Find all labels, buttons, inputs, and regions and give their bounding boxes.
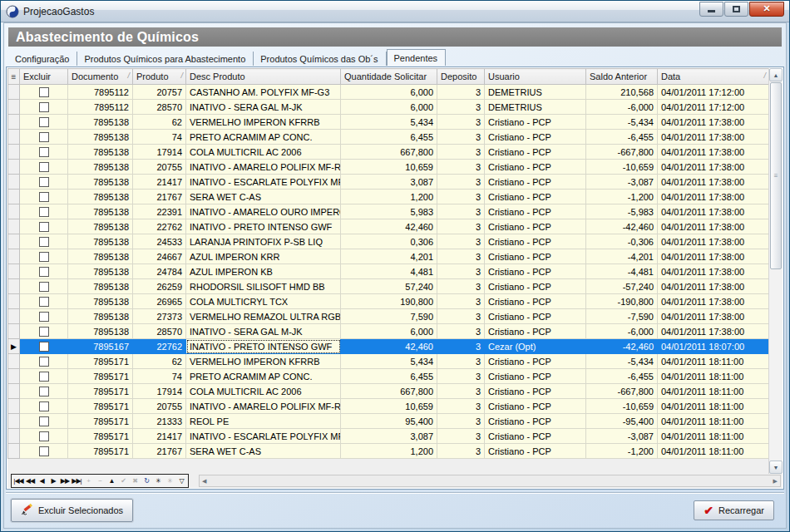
- cell-data[interactable]: 04/01/2011 17:38:00: [658, 204, 769, 219]
- scroll-right-icon[interactable]: ▶: [773, 478, 778, 485]
- cell-usuario[interactable]: Cristiano - PCP: [485, 175, 586, 190]
- cell-deposito[interactable]: 3: [437, 279, 485, 294]
- cell-saldo[interactable]: 210,568: [586, 85, 658, 100]
- column-header-deposito[interactable]: Deposito: [437, 69, 485, 85]
- cell-desc[interactable]: INATIVO - PRETO INTENSO GWF: [186, 219, 341, 234]
- cell-documento[interactable]: 7895138: [68, 204, 133, 219]
- cell-excluir[interactable]: [20, 354, 68, 369]
- cell-data[interactable]: 04/01/2011 18:07:00: [658, 339, 769, 354]
- excluir-checkbox[interactable]: [39, 177, 49, 187]
- cell-produto[interactable]: 74: [133, 369, 186, 384]
- cell-documento[interactable]: 7895138: [68, 234, 133, 249]
- cell-desc[interactable]: COLA MULTICRIL AC 2006: [186, 384, 341, 399]
- bookmark-button[interactable]: ✳: [152, 475, 164, 487]
- cell-produto[interactable]: 27373: [133, 309, 186, 324]
- column-header-desc[interactable]: Desc Produto: [186, 69, 341, 85]
- maximize-button[interactable]: [724, 2, 748, 17]
- horizontal-scrollbar[interactable]: ◀ ▶: [199, 475, 781, 487]
- scroll-left-icon[interactable]: ◀: [202, 478, 206, 485]
- cell-usuario[interactable]: Cristiano - PCP: [485, 234, 586, 249]
- cell-excluir[interactable]: [20, 204, 68, 219]
- cell-documento[interactable]: 7895138: [68, 324, 133, 339]
- cell-documento[interactable]: 7895171: [68, 444, 133, 459]
- cell-produto[interactable]: 22391: [133, 204, 186, 219]
- cell-excluir[interactable]: [20, 309, 68, 324]
- title-bar[interactable]: ProjecaoGastos ✕: [1, 1, 789, 22]
- scroll-down-icon[interactable]: ▼: [769, 461, 783, 474]
- excluir-selecionados-button[interactable]: Excluir Selecionados: [11, 499, 133, 522]
- cell-qtd[interactable]: 1,200: [341, 444, 437, 459]
- cell-desc[interactable]: INATIVO - AMARELO POLIFIX MF-R: [186, 160, 341, 175]
- column-header-data[interactable]: Data/: [658, 69, 769, 85]
- cell-usuario[interactable]: Cristiano - PCP: [485, 204, 586, 219]
- cell-excluir[interactable]: [20, 384, 68, 399]
- edit-record-button[interactable]: ▲: [106, 475, 117, 487]
- cell-usuario[interactable]: Cristiano - PCP: [485, 369, 586, 384]
- cell-saldo[interactable]: -42,460: [586, 219, 658, 234]
- cell-usuario[interactable]: Cristiano - PCP: [485, 249, 586, 264]
- cell-documento[interactable]: 7895171: [68, 429, 133, 444]
- cell-usuario[interactable]: Cristiano - PCP: [485, 414, 586, 429]
- cell-saldo[interactable]: -6,000: [586, 324, 658, 339]
- cell-saldo[interactable]: -667,800: [586, 384, 658, 399]
- cell-excluir[interactable]: [20, 279, 68, 294]
- table-row[interactable]: 789517121333REOL PE95,4003Cristiano - PC…: [8, 414, 769, 429]
- cell-qtd[interactable]: 6,000: [341, 324, 437, 339]
- cell-documento[interactable]: 7895138: [68, 115, 133, 130]
- cell-desc[interactable]: AZUL IMPERON KB: [186, 264, 341, 279]
- excluir-checkbox[interactable]: [39, 132, 49, 142]
- cell-qtd[interactable]: 6,000: [341, 85, 437, 100]
- excluir-checkbox[interactable]: [39, 87, 49, 97]
- cell-desc[interactable]: AZUL IMPERON KRR: [186, 249, 341, 264]
- cell-deposito[interactable]: 3: [437, 145, 485, 160]
- excluir-checkbox[interactable]: [39, 327, 49, 337]
- cell-qtd[interactable]: 10,659: [341, 160, 437, 175]
- cell-excluir[interactable]: [20, 429, 68, 444]
- cell-data[interactable]: 04/01/2011 17:38:00: [658, 249, 769, 264]
- cell-saldo[interactable]: -3,087: [586, 175, 658, 190]
- cell-qtd[interactable]: 6,455: [341, 369, 437, 384]
- cell-produto[interactable]: 24533: [133, 234, 186, 249]
- cell-usuario[interactable]: Cristiano - PCP: [485, 399, 586, 414]
- cell-saldo[interactable]: -3,087: [586, 429, 658, 444]
- cell-produto[interactable]: 62: [133, 354, 186, 369]
- cell-produto[interactable]: 24667: [133, 249, 186, 264]
- excluir-checkbox[interactable]: [39, 282, 49, 292]
- cell-qtd[interactable]: 6,000: [341, 100, 437, 115]
- cell-data[interactable]: 04/01/2011 18:11:00: [658, 429, 769, 444]
- excluir-checkbox[interactable]: [39, 162, 49, 172]
- cell-saldo[interactable]: -5,434: [586, 115, 658, 130]
- cell-qtd[interactable]: 57,240: [341, 279, 437, 294]
- cell-saldo[interactable]: -4,201: [586, 249, 658, 264]
- cell-usuario[interactable]: Cristiano - PCP: [485, 160, 586, 175]
- cell-deposito[interactable]: 3: [437, 175, 485, 190]
- cell-qtd[interactable]: 5,434: [341, 115, 437, 130]
- table-row[interactable]: 789513820755INATIVO - AMARELO POLIFIX MF…: [8, 160, 769, 175]
- excluir-checkbox[interactable]: [39, 252, 49, 262]
- cell-documento[interactable]: 7895112: [68, 100, 133, 115]
- cell-produto[interactable]: 17914: [133, 145, 186, 160]
- cell-desc[interactable]: INATIVO - AMARELO POLIFIX MF-R: [186, 399, 341, 414]
- cell-qtd[interactable]: 7,590: [341, 309, 437, 324]
- cell-deposito[interactable]: 3: [437, 309, 485, 324]
- excluir-checkbox[interactable]: [39, 342, 49, 352]
- cell-desc[interactable]: RHODORSIL SILISOFT HMD BB: [186, 279, 341, 294]
- excluir-checkbox[interactable]: [39, 416, 49, 426]
- cell-desc[interactable]: LARANJA PRINTOFIX P-SB LIQ: [186, 234, 341, 249]
- cell-excluir[interactable]: [20, 399, 68, 414]
- table-row[interactable]: ▶789516722762INATIVO - PRETO INTENSO GWF…: [8, 339, 769, 354]
- cell-produto[interactable]: 20755: [133, 160, 186, 175]
- cell-usuario[interactable]: Cristiano - PCP: [485, 145, 586, 160]
- cell-desc[interactable]: VERMELHO IMPERON KFRRB: [186, 115, 341, 130]
- excluir-checkbox[interactable]: [39, 102, 49, 112]
- cell-documento[interactable]: 7895171: [68, 354, 133, 369]
- cell-qtd[interactable]: 95,400: [341, 414, 437, 429]
- cell-saldo[interactable]: -5,983: [586, 204, 658, 219]
- excluir-checkbox[interactable]: [39, 267, 49, 277]
- excluir-checkbox[interactable]: [39, 117, 49, 127]
- cell-desc[interactable]: COLA MULTICRYL TCX: [186, 294, 341, 309]
- excluir-checkbox[interactable]: [39, 192, 49, 202]
- excluir-checkbox[interactable]: [39, 446, 49, 456]
- table-row[interactable]: 789513824667AZUL IMPERON KRR4,2013Cristi…: [8, 249, 769, 264]
- cell-desc[interactable]: SERA WET C-AS: [186, 444, 341, 459]
